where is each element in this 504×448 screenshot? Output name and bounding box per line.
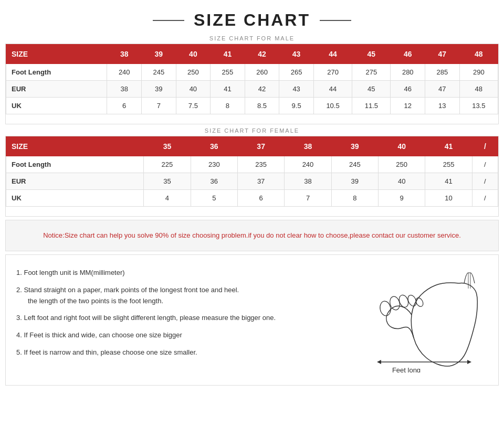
female-cell: 7 [285,190,331,207]
female-cell: 240 [285,156,331,173]
instruction-text-1: 1. Foot length unit is MM(millimeter) [16,269,125,276]
male-row-label-eur: EUR [6,81,107,98]
male-row-uk: UK 6 7 7.5 8 8.5 9.5 10.5 11.5 12 13 13.… [6,98,498,114]
female-cell: 10 [425,190,472,207]
male-col-44: 44 [313,45,352,64]
male-subtitle: SIZE CHART FOR MALE [5,35,499,41]
title-line-left [153,20,184,21]
female-cell: 9 [379,190,425,207]
female-row-foot-length: Foot Length 225 230 235 240 245 250 255 … [6,156,498,173]
male-cell: 42 [245,81,279,98]
female-col-40: 40 [379,137,425,156]
instructions-list: 1. Foot length unit is MM(millimeter) 2.… [16,268,320,372]
female-cell: / [472,190,498,207]
male-row-label-foot: Foot Length [6,64,107,81]
female-row-eur: EUR 35 36 37 38 39 40 41 / [6,173,498,190]
male-cell: 8 [211,98,245,114]
male-cell: 10.5 [313,98,352,114]
instructions-section: 1. Foot length unit is MM(millimeter) 2.… [5,254,499,386]
instruction-item-3: 3. Left foot and right foot will be slig… [16,313,320,324]
page-title: SIZE CHART [194,10,310,30]
male-cell: 245 [142,64,176,81]
female-cell: / [472,156,498,173]
female-row-label-eur: EUR [6,173,144,190]
male-cell: 41 [211,81,245,98]
male-cell: 44 [313,81,352,98]
female-subtitle: SIZE CHART FOR FEMALE [5,127,499,134]
female-row-label-uk: UK [6,190,144,207]
male-cell: 43 [279,81,314,98]
male-cell: 240 [107,64,142,81]
male-row-label-uk: UK [6,98,107,114]
male-table-wrapper: SIZE 38 39 40 41 42 43 44 45 46 47 48 Fo… [5,44,499,124]
female-cell: 6 [237,190,284,207]
foot-svg: Feet long [333,268,485,372]
male-row-eur: EUR 38 39 40 41 42 43 44 45 46 47 48 [6,81,498,98]
svg-marker-7 [467,360,471,364]
instruction-indent-2: the length of the two points is the foot… [16,296,320,307]
female-cell: 39 [331,173,378,190]
male-cell: 275 [352,64,391,81]
male-col-42: 42 [245,45,279,64]
male-cell: 9.5 [279,98,314,114]
male-cell: 13.5 [459,98,498,114]
male-cell: 7.5 [176,98,211,114]
female-header-row: SIZE 35 36 37 38 39 40 41 / [6,137,498,156]
female-cell: 35 [144,173,191,190]
svg-text:Feet long: Feet long [392,366,421,372]
male-size-table: SIZE 38 39 40 41 42 43 44 45 46 47 48 Fo… [6,44,498,114]
female-cell: 230 [191,156,237,173]
instruction-item-1: 1. Foot length unit is MM(millimeter) [16,268,320,279]
male-col-43: 43 [279,45,314,64]
female-cell: / [472,173,498,190]
male-cell: 48 [459,81,498,98]
female-cell: 36 [191,173,237,190]
female-cell: 245 [331,156,378,173]
female-col-35: 35 [144,137,191,156]
female-row-uk: UK 4 5 6 7 8 9 10 / [6,190,498,207]
male-cell: 290 [459,64,498,81]
female-cell: 37 [237,173,284,190]
male-col-45: 45 [352,45,391,64]
male-cell: 7 [142,98,176,114]
female-col-39: 39 [331,137,378,156]
female-cell: 38 [285,173,331,190]
male-cell: 280 [391,64,425,81]
male-cell: 260 [245,64,279,81]
svg-marker-6 [377,360,381,364]
male-cell: 12 [391,98,425,114]
female-col-37: 37 [237,137,284,156]
female-cell: 41 [425,173,472,190]
male-col-38: 38 [107,45,142,64]
male-cell: 45 [352,81,391,98]
male-col-39: 39 [142,45,176,64]
female-cell: 255 [425,156,472,173]
female-size-table: SIZE 35 36 37 38 39 40 41 / Foot Length … [6,136,498,207]
notice-box: Notice:Size chart can help you solve 90%… [5,220,499,251]
instruction-text-2: 2. Stand straight on a paper, mark point… [16,286,239,294]
instruction-item-5: 5. If feet is narrow and thin, please ch… [16,347,320,358]
female-row-label-foot: Foot Length [6,156,144,173]
female-cell: 5 [191,190,237,207]
instruction-text-4: 4. If Feet is thick and wide, can choose… [16,331,182,339]
male-header-row: SIZE 38 39 40 41 42 43 44 45 46 47 48 [6,45,498,64]
notice-text: Notice:Size chart can help you solve 90%… [16,230,488,241]
instruction-item-4: 4. If Feet is thick and wide, can choose… [16,330,320,341]
instruction-text-3: 3. Left foot and right foot will be slig… [16,314,276,322]
male-cell: 8.5 [245,98,279,114]
male-cell: 265 [279,64,314,81]
male-cell: 13 [425,98,460,114]
female-cell: 4 [144,190,191,207]
male-cell: 255 [211,64,245,81]
female-col-size: SIZE [6,137,144,156]
foot-diagram: Feet long [330,268,488,372]
male-col-41: 41 [211,45,245,64]
male-cell: 38 [107,81,142,98]
instruction-item-2: 2. Stand straight on a paper, mark point… [16,285,320,307]
female-col-41: 41 [425,137,472,156]
male-cell: 6 [107,98,142,114]
male-col-40: 40 [176,45,211,64]
female-table-wrapper: SIZE 35 36 37 38 39 40 41 / Foot Length … [5,136,499,217]
male-col-size: SIZE [6,45,107,64]
male-cell: 11.5 [352,98,391,114]
